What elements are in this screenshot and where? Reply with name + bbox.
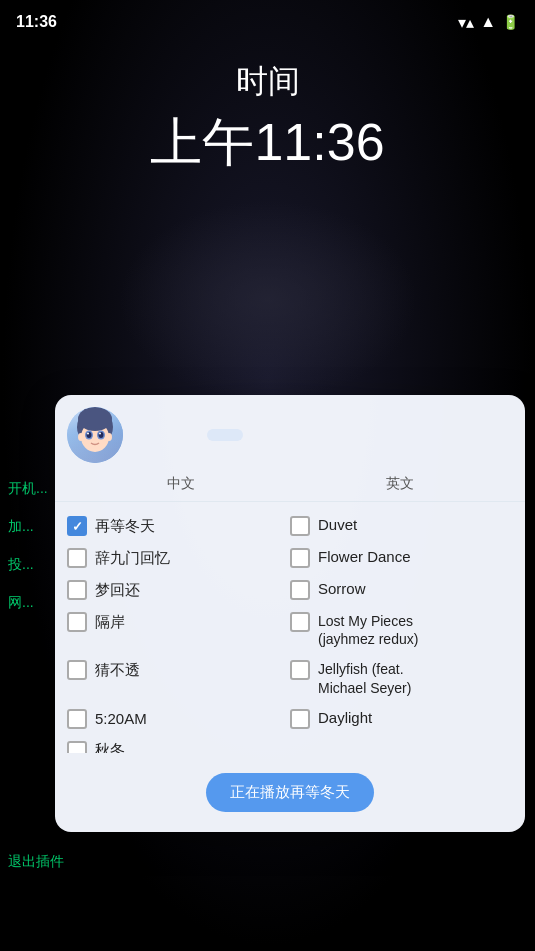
checkbox-2-left[interactable] — [67, 548, 87, 568]
left-menu-item-3[interactable]: 投... — [8, 556, 48, 574]
status-time: 11:36 — [16, 13, 57, 31]
song-name-6-left[interactable]: 5:20AM — [95, 710, 147, 727]
right-col: Duvet — [290, 516, 513, 536]
svg-point-6 — [99, 432, 104, 438]
svg-point-11 — [99, 433, 101, 435]
clock-label: 时间 — [0, 60, 535, 104]
clock-container: 时间 上午11:36 — [0, 60, 535, 178]
song-name-4-left[interactable]: 隔岸 — [95, 613, 125, 632]
table-row: 5:20AM Daylight — [67, 703, 513, 735]
wifi-icon: ▾▴ — [458, 13, 474, 32]
song-name-1-left[interactable]: 再等冬天 — [95, 517, 155, 536]
song-name-2-right[interactable]: Flower Dance — [318, 548, 411, 565]
nav-tabs: 公告 高燃 伤感 其他 炸要 搜索 音量 退出 — [131, 429, 433, 441]
left-menu-item-1[interactable]: 开机... — [8, 480, 48, 498]
checkbox-2-right[interactable] — [290, 548, 310, 568]
bottom-left-menu[interactable]: 退出插件 — [8, 853, 64, 871]
checkbox-3-right[interactable] — [290, 580, 310, 600]
tab-notice[interactable]: 公告 — [131, 429, 167, 441]
checkbox-6-right[interactable] — [290, 709, 310, 729]
song-list: 再等冬天 Duvet 辞九门回忆 Flower Dance 梦回还 — [55, 502, 525, 761]
song-name-7-left[interactable]: 秋冬... — [95, 741, 138, 753]
checkbox-4-left[interactable] — [67, 612, 87, 632]
song-dialog: 公告 高燃 伤感 其他 炸要 搜索 音量 退出 — [55, 395, 525, 832]
left-col: 辞九门回忆 — [67, 548, 290, 568]
tab-hot[interactable]: 高燃 — [169, 429, 205, 441]
col-header-english: 英文 — [290, 475, 509, 493]
left-menu-item-2[interactable]: 加... — [8, 518, 48, 536]
battery-icon: 🔋 — [502, 14, 519, 30]
tab-feelings[interactable]: 伤感 — [207, 429, 243, 441]
table-row: 隔岸 Lost My Pieces(jayhmez redux) — [67, 606, 513, 654]
tab-other[interactable]: 其他 — [245, 429, 281, 441]
song-name-3-left[interactable]: 梦回还 — [95, 581, 140, 600]
left-col: 秋冬... — [67, 741, 513, 753]
svg-point-3 — [85, 431, 93, 440]
checkbox-5-right[interactable] — [290, 660, 310, 680]
right-col: Jellyfish (feat.Michael Seyer) — [290, 660, 513, 696]
bg-cloud — [118, 200, 418, 400]
svg-point-10 — [87, 433, 89, 435]
column-headers: 中文 英文 — [55, 471, 525, 502]
signal-icon: ▲ — [480, 13, 496, 31]
song-name-1-right[interactable]: Duvet — [318, 516, 357, 533]
left-menu: 开机... 加... 投... 网... — [0, 480, 48, 612]
checkbox-6-left[interactable] — [67, 709, 87, 729]
tab-search[interactable]: 搜索 — [321, 429, 357, 441]
checkbox-5-left[interactable] — [67, 660, 87, 680]
svg-point-7 — [78, 433, 84, 441]
table-row: 梦回还 Sorrow — [67, 574, 513, 606]
col-header-chinese: 中文 — [71, 475, 290, 493]
song-name-2-left[interactable]: 辞九门回忆 — [95, 549, 170, 568]
tab-exit[interactable]: 退出 — [397, 429, 433, 441]
clock-time: 上午11:36 — [0, 108, 535, 178]
checkbox-4-right[interactable] — [290, 612, 310, 632]
right-col: Sorrow — [290, 580, 513, 600]
status-bar: 11:36 ▾▴ ▲ 🔋 — [0, 0, 535, 44]
song-name-5-left[interactable]: 猜不透 — [95, 661, 140, 680]
right-col: Lost My Pieces(jayhmez redux) — [290, 612, 513, 648]
avatar-image — [67, 407, 123, 463]
checkbox-3-left[interactable] — [67, 580, 87, 600]
table-row: 辞九门回忆 Flower Dance — [67, 542, 513, 574]
right-col: Daylight — [290, 709, 513, 729]
left-menu-item-4[interactable]: 网... — [8, 594, 48, 612]
svg-point-4 — [97, 431, 105, 440]
right-col: Flower Dance — [290, 548, 513, 568]
checkbox-1-right[interactable] — [290, 516, 310, 536]
song-name-5-right[interactable]: Jellyfish (feat.Michael Seyer) — [318, 660, 411, 696]
table-row: 再等冬天 Duvet — [67, 510, 513, 542]
checkbox-1-left[interactable] — [67, 516, 87, 536]
checkbox-7-left[interactable] — [67, 741, 87, 753]
svg-point-5 — [87, 432, 92, 438]
left-col: 再等冬天 — [67, 516, 290, 536]
tab-summary[interactable]: 炸要 — [283, 429, 319, 441]
avatar — [67, 407, 123, 463]
tab-volume[interactable]: 音量 — [359, 429, 395, 441]
song-name-4-right[interactable]: Lost My Pieces(jayhmez redux) — [318, 612, 418, 648]
song-name-6-right[interactable]: Daylight — [318, 709, 372, 726]
table-row: 秋冬... — [67, 735, 513, 753]
left-col: 隔岸 — [67, 612, 290, 632]
left-col: 猜不透 — [67, 660, 290, 680]
now-playing-button[interactable]: 正在播放再等冬天 — [206, 773, 374, 812]
svg-point-8 — [106, 433, 112, 441]
song-name-3-right[interactable]: Sorrow — [318, 580, 366, 597]
svg-point-2 — [78, 407, 112, 431]
status-icons: ▾▴ ▲ 🔋 — [458, 13, 519, 32]
table-row: 猜不透 Jellyfish (feat.Michael Seyer) — [67, 654, 513, 702]
left-col: 5:20AM — [67, 709, 290, 729]
dialog-header: 公告 高燃 伤感 其他 炸要 搜索 音量 退出 — [55, 395, 525, 471]
left-col: 梦回还 — [67, 580, 290, 600]
